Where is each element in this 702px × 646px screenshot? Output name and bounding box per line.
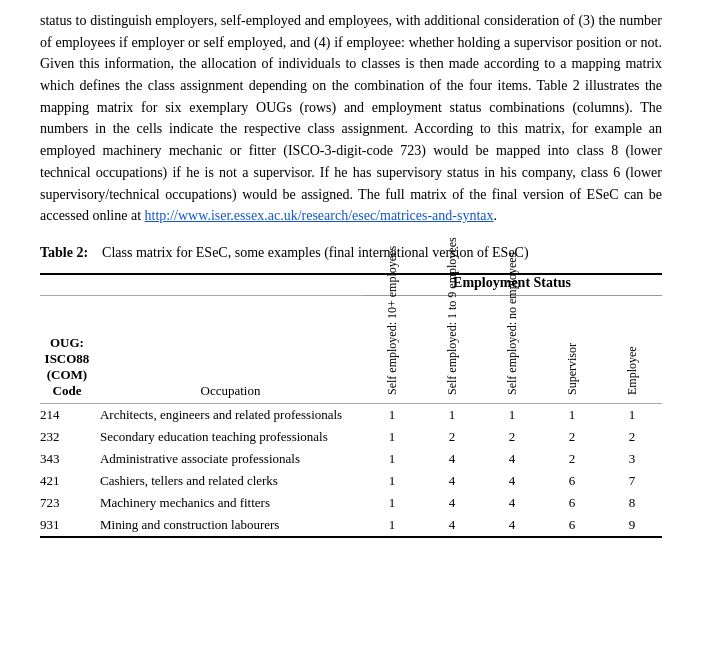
body-text: status to distinguish employers, self-em… <box>40 10 662 227</box>
row-value-3: 6 <box>542 470 602 492</box>
row-value-0: 1 <box>362 448 422 470</box>
left-header-empty <box>40 274 362 296</box>
table-row: 214Architects, engineers and related pro… <box>40 403 662 426</box>
col-header-4: Employee <box>602 295 662 403</box>
row-occupation: Administrative associate professionals <box>94 448 362 470</box>
row-value-4: 3 <box>602 448 662 470</box>
col-header-label-4: Employee <box>625 300 639 395</box>
row-code: 421 <box>40 470 94 492</box>
code-label: Code <box>43 383 91 399</box>
row-occupation: Machinery mechanics and fitters <box>94 492 362 514</box>
caption-label: Table 2: <box>40 245 88 260</box>
col-header-0: Self employed: 10+ employees <box>362 295 422 403</box>
row-occupation: Architects, engineers and related profes… <box>94 403 362 426</box>
table-row: 723Machinery mechanics and fitters14468 <box>40 492 662 514</box>
table-row: 421Cashiers, tellers and related clerks1… <box>40 470 662 492</box>
row-code: 214 <box>40 403 94 426</box>
row-value-2: 1 <box>482 403 542 426</box>
row-code: 723 <box>40 492 94 514</box>
oug-col-header: OUG: ISCO88 (COM) Code <box>40 295 94 403</box>
row-value-0: 1 <box>362 514 422 537</box>
col-header-label-0: Self employed: 10+ employees <box>385 300 399 395</box>
row-value-3: 6 <box>542 514 602 537</box>
caption-text: Class matrix for ESeC, some examples (fi… <box>92 245 529 260</box>
row-value-2: 4 <box>482 514 542 537</box>
table-row: 232Secondary education teaching professi… <box>40 426 662 448</box>
row-value-0: 1 <box>362 426 422 448</box>
row-occupation: Secondary education teaching professiona… <box>94 426 362 448</box>
table-row: 343Administrative associate professional… <box>40 448 662 470</box>
col-header-label-2: Self employed: no employees <box>505 300 519 395</box>
row-value-4: 2 <box>602 426 662 448</box>
row-occupation: Cashiers, tellers and related clerks <box>94 470 362 492</box>
row-value-2: 4 <box>482 448 542 470</box>
row-value-4: 8 <box>602 492 662 514</box>
row-code: 232 <box>40 426 94 448</box>
row-code: 931 <box>40 514 94 537</box>
table-caption: Table 2: Class matrix for ESeC, some exa… <box>40 245 662 261</box>
com-label: (COM) <box>43 367 91 383</box>
isco-label: ISCO88 <box>43 351 91 367</box>
row-value-2: 4 <box>482 470 542 492</box>
row-value-3: 6 <box>542 492 602 514</box>
row-value-1: 4 <box>422 448 482 470</box>
class-matrix-table: Employment Status OUG: ISCO88 (COM) Code… <box>40 273 662 538</box>
row-value-2: 2 <box>482 426 542 448</box>
row-value-2: 4 <box>482 492 542 514</box>
row-value-3: 2 <box>542 448 602 470</box>
row-value-4: 9 <box>602 514 662 537</box>
col-header-1: Self employed: 1 to 9 employees <box>422 295 482 403</box>
row-code: 343 <box>40 448 94 470</box>
esec-link[interactable]: http://www.iser.essex.ac.uk/research/ese… <box>145 208 494 223</box>
paragraph-text: status to distinguish employers, self-em… <box>40 13 662 223</box>
row-value-4: 1 <box>602 403 662 426</box>
row-occupation: Mining and construction labourers <box>94 514 362 537</box>
row-value-3: 1 <box>542 403 602 426</box>
row-value-1: 2 <box>422 426 482 448</box>
col-header-label-3: Supervisor <box>565 300 579 395</box>
oug-label: OUG: <box>43 335 91 351</box>
row-value-0: 1 <box>362 403 422 426</box>
row-value-1: 4 <box>422 492 482 514</box>
row-value-4: 7 <box>602 470 662 492</box>
row-value-1: 4 <box>422 514 482 537</box>
row-value-1: 4 <box>422 470 482 492</box>
col-header-2: Self employed: no employees <box>482 295 542 403</box>
row-value-1: 1 <box>422 403 482 426</box>
row-value-3: 2 <box>542 426 602 448</box>
col-header-label-1: Self employed: 1 to 9 employees <box>445 300 459 395</box>
col-header-3: Supervisor <box>542 295 602 403</box>
row-value-0: 1 <box>362 470 422 492</box>
occupation-col-header: Occupation <box>94 295 362 403</box>
table-row: 931Mining and construction labourers1446… <box>40 514 662 537</box>
row-value-0: 1 <box>362 492 422 514</box>
